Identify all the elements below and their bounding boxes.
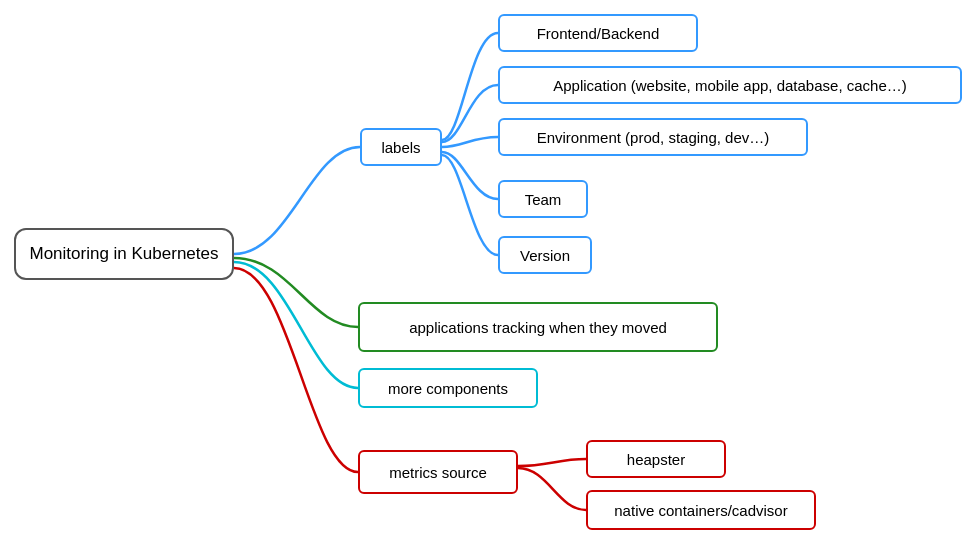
components-node: more components xyxy=(358,368,538,408)
metrics-node: metrics source xyxy=(358,450,518,494)
root-node: Monitoring in Kubernetes xyxy=(14,228,234,280)
application-node: Application (website, mobile app, databa… xyxy=(498,66,962,104)
labels-label: labels xyxy=(381,139,420,156)
application-label: Application (website, mobile app, databa… xyxy=(553,77,907,94)
tracking-node: applications tracking when they moved xyxy=(358,302,718,352)
version-node: Version xyxy=(498,236,592,274)
frontend-label: Frontend/Backend xyxy=(537,25,660,42)
environment-label: Environment (prod, staging, dev…) xyxy=(537,129,770,146)
version-label: Version xyxy=(520,247,570,264)
team-node: Team xyxy=(498,180,588,218)
heapster-label: heapster xyxy=(627,451,685,468)
components-label: more components xyxy=(388,380,508,397)
cadvisor-label: native containers/cadvisor xyxy=(614,502,787,519)
team-label: Team xyxy=(525,191,562,208)
labels-node: labels xyxy=(360,128,442,166)
root-label: Monitoring in Kubernetes xyxy=(29,244,218,264)
heapster-node: heapster xyxy=(586,440,726,478)
metrics-label: metrics source xyxy=(389,464,487,481)
tracking-label: applications tracking when they moved xyxy=(409,319,667,336)
frontend-node: Frontend/Backend xyxy=(498,14,698,52)
cadvisor-node: native containers/cadvisor xyxy=(586,490,816,530)
environment-node: Environment (prod, staging, dev…) xyxy=(498,118,808,156)
